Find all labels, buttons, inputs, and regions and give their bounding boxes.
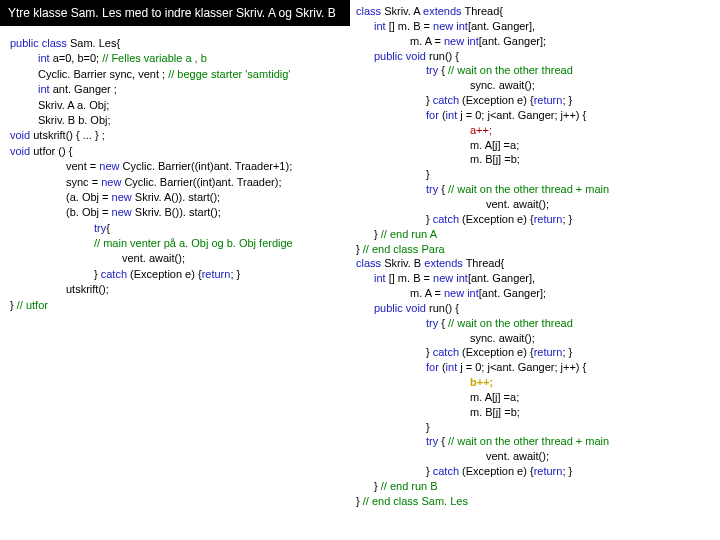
right-code-block: class Skriv. A extends Thread{int [] m. …: [350, 0, 720, 540]
code-line: for (int j = 0; j<ant. Ganger; j++) {: [356, 108, 714, 123]
code-token: b++;: [470, 376, 493, 388]
code-token: [ant. Ganger];: [479, 35, 546, 47]
code-token: m. A[j] =a;: [470, 391, 519, 403]
code-token: m. A =: [410, 35, 444, 47]
code-line: try{: [10, 221, 340, 236]
code-token: new int: [433, 272, 468, 284]
code-line: }: [356, 167, 714, 182]
code-token: }: [426, 421, 430, 433]
code-line: // main venter på a. Obj og b. Obj ferdi…: [10, 236, 340, 251]
code-token: (: [439, 361, 446, 373]
code-token: // main venter på a. Obj og b. Obj ferdi…: [94, 237, 293, 249]
code-line: sync. await();: [356, 331, 714, 346]
code-line: vent = new Cyclic. Barrier((int)ant. Tra…: [10, 159, 340, 174]
code-token: return: [534, 465, 563, 477]
code-token: }: [426, 168, 430, 180]
code-token: catch: [433, 346, 459, 358]
code-line: } // end run B: [356, 479, 714, 494]
code-token: sync. await();: [470, 79, 535, 91]
code-line: m. A[j] =a;: [356, 390, 714, 405]
code-token: }: [426, 465, 433, 477]
code-token: }: [356, 495, 363, 507]
code-line: public void run() {: [356, 301, 714, 316]
code-line: try { // wait on the other thread: [356, 63, 714, 78]
code-token: catch: [433, 213, 459, 225]
code-token: vent =: [66, 160, 99, 172]
code-token: // begge starter 'samtidig': [168, 68, 290, 80]
code-token: // utfor: [17, 299, 48, 311]
code-token: a=0, b=0;: [50, 52, 103, 64]
code-token: return: [534, 346, 563, 358]
code-token: return: [202, 268, 231, 280]
code-token: // wait on the other thread: [448, 64, 573, 76]
code-line: void utskrift() { ... } ;: [10, 128, 340, 143]
code-line: Skriv. A a. Obj;: [10, 98, 340, 113]
code-token: Thread{: [463, 257, 504, 269]
code-line: try { // wait on the other thread + main: [356, 182, 714, 197]
code-token: try: [426, 183, 438, 195]
title-bar: Ytre klasse Sam. Les med to indre klasse…: [0, 0, 350, 26]
code-token: [ant. Ganger],: [468, 272, 535, 284]
code-token: ; }: [562, 346, 572, 358]
code-token: (a. Obj =: [66, 191, 112, 203]
left-code-block: public class Sam. Les{int a=0, b=0; // F…: [0, 36, 350, 313]
code-token: Skriv. A()). start();: [132, 191, 220, 203]
code-token: Cyclic. Barrier((int)ant. Traader);: [121, 176, 281, 188]
code-token: {: [438, 317, 448, 329]
code-token: try: [426, 435, 438, 447]
code-token: int: [38, 83, 50, 95]
code-token: try: [94, 222, 106, 234]
code-token: class: [356, 5, 384, 17]
code-token: ; }: [230, 268, 240, 280]
code-line: } catch (Exception e) {return; }: [356, 212, 714, 227]
code-line: } catch (Exception e) {return; }: [356, 93, 714, 108]
code-line: Skriv. B b. Obj;: [10, 113, 340, 128]
code-line: try { // wait on the other thread: [356, 316, 714, 331]
code-token: for: [426, 361, 439, 373]
code-token: new: [112, 206, 132, 218]
code-token: }: [426, 213, 433, 225]
code-token: utskrift() { ... } ;: [33, 129, 105, 141]
code-line: sync. await();: [356, 78, 714, 93]
code-line: } catch (Exception e) {return; }: [10, 267, 340, 282]
code-token: new int: [444, 35, 479, 47]
code-line: } // end run A: [356, 227, 714, 242]
code-token: ; }: [562, 465, 572, 477]
code-line: } catch (Exception e) {return; }: [356, 345, 714, 360]
code-line: m. A = new int[ant. Ganger];: [356, 286, 714, 301]
code-token: catch: [101, 268, 127, 280]
code-token: [ant. Ganger];: [479, 287, 546, 299]
code-token: try: [426, 317, 438, 329]
code-token: Skriv. A: [384, 5, 423, 17]
code-token: (: [439, 109, 446, 121]
code-token: int: [446, 361, 461, 373]
code-line: vent. await();: [10, 251, 340, 266]
code-token: }: [426, 94, 433, 106]
code-line: } // end class Para: [356, 242, 714, 257]
code-line: } catch (Exception e) {return; }: [356, 464, 714, 479]
code-token: {: [106, 222, 110, 234]
code-line: }: [356, 420, 714, 435]
code-token: // wait on the other thread + main: [448, 435, 609, 447]
code-token: // Felles variable a , b: [102, 52, 207, 64]
code-token: (Exception e) {: [459, 94, 534, 106]
code-token: j = 0; j<ant. Ganger; j++) {: [460, 361, 586, 373]
code-line: m. B[j] =b;: [356, 405, 714, 420]
code-token: vent. await();: [122, 252, 185, 264]
code-token: extends: [424, 257, 463, 269]
code-token: }: [374, 228, 381, 240]
code-token: }: [94, 268, 101, 280]
code-line: try { // wait on the other thread + main: [356, 434, 714, 449]
code-token: sync =: [66, 176, 101, 188]
code-line: void utfor () {: [10, 144, 340, 159]
code-token: a++;: [470, 124, 492, 136]
code-token: new int: [433, 20, 468, 32]
code-token: Skriv. B b. Obj;: [38, 114, 111, 126]
code-token: (Exception e) {: [459, 213, 534, 225]
code-token: // end run A: [381, 228, 437, 240]
code-token: new: [112, 191, 132, 203]
code-token: ant. Ganger ;: [50, 83, 117, 95]
code-token: }: [426, 346, 433, 358]
code-token: ; }: [562, 94, 572, 106]
code-line: } // end class Sam. Les: [356, 494, 714, 509]
